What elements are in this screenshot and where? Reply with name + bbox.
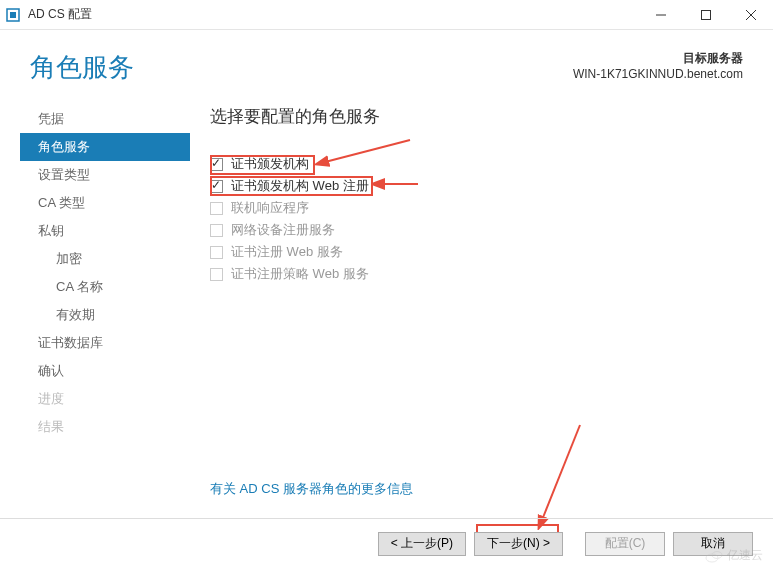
option-label: 证书注册 Web 服务 — [231, 243, 343, 261]
option-ca-web[interactable]: 证书颁发机构 Web 注册 — [210, 175, 743, 197]
checkbox-icon[interactable] — [210, 268, 223, 281]
sidebar-item-cert-database[interactable]: 证书数据库 — [20, 329, 190, 357]
titlebar: AD CS 配置 — [0, 0, 773, 30]
sidebar-item-validity[interactable]: 有效期 — [20, 301, 190, 329]
option-ndes[interactable]: 网络设备注册服务 — [210, 219, 743, 241]
target-server-info: 目标服务器 WIN-1K71GKINNUD.benet.com — [573, 50, 743, 81]
prev-button[interactable]: < 上一步(P) — [378, 532, 466, 556]
window-controls — [638, 0, 773, 30]
option-label: 网络设备注册服务 — [231, 221, 335, 239]
sidebar: 凭据 角色服务 设置类型 CA 类型 私钥 加密 CA 名称 有效期 证书数据库… — [0, 95, 190, 441]
main-heading: 选择要配置的角色服务 — [210, 105, 743, 128]
option-label: 证书注册策略 Web 服务 — [231, 265, 369, 283]
footer: < 上一步(P) 下一步(N) > 配置(C) 取消 — [0, 518, 773, 568]
sidebar-item-cryptography[interactable]: 加密 — [20, 245, 190, 273]
minimize-button[interactable] — [638, 0, 683, 30]
sidebar-item-result[interactable]: 结果 — [20, 413, 190, 441]
checkbox-icon[interactable] — [210, 246, 223, 259]
option-label: 联机响应程序 — [231, 199, 309, 217]
sidebar-item-setup-type[interactable]: 设置类型 — [20, 161, 190, 189]
checkbox-icon[interactable] — [210, 224, 223, 237]
maximize-button[interactable] — [683, 0, 728, 30]
checkbox-icon[interactable] — [210, 180, 223, 193]
config-button[interactable]: 配置(C) — [585, 532, 665, 556]
checkbox-icon[interactable] — [210, 158, 223, 171]
sidebar-item-progress[interactable]: 进度 — [20, 385, 190, 413]
close-button[interactable] — [728, 0, 773, 30]
sidebar-item-ca-type[interactable]: CA 类型 — [20, 189, 190, 217]
sidebar-item-private-key[interactable]: 私钥 — [20, 217, 190, 245]
target-server: WIN-1K71GKINNUD.benet.com — [573, 67, 743, 81]
sidebar-item-credentials[interactable]: 凭据 — [20, 105, 190, 133]
sidebar-item-role-services[interactable]: 角色服务 — [20, 133, 190, 161]
svg-rect-3 — [701, 10, 710, 19]
app-icon — [6, 7, 22, 23]
target-label: 目标服务器 — [573, 50, 743, 67]
more-info-link[interactable]: 有关 AD CS 服务器角色的更多信息 — [210, 480, 413, 498]
sidebar-item-ca-name[interactable]: CA 名称 — [20, 273, 190, 301]
svg-point-10 — [712, 551, 722, 558]
watermark-text: 亿速云 — [727, 547, 763, 564]
next-button[interactable]: 下一步(N) > — [474, 532, 563, 556]
svg-rect-1 — [10, 12, 16, 18]
option-ca[interactable]: 证书颁发机构 — [210, 153, 743, 175]
option-cert-policy-web[interactable]: 证书注册策略 Web 服务 — [210, 263, 743, 285]
main-content: 选择要配置的角色服务 证书颁发机构 证书颁发机构 Web 注册 联机响应程序 网… — [190, 95, 773, 441]
sidebar-item-confirm[interactable]: 确认 — [20, 357, 190, 385]
page-title: 角色服务 — [30, 50, 134, 85]
role-services-list: 证书颁发机构 证书颁发机构 Web 注册 联机响应程序 网络设备注册服务 证书注… — [210, 153, 743, 285]
option-online-responder[interactable]: 联机响应程序 — [210, 197, 743, 219]
watermark: 亿速云 — [705, 547, 763, 564]
option-cert-web-service[interactable]: 证书注册 Web 服务 — [210, 241, 743, 263]
window-title: AD CS 配置 — [28, 6, 638, 23]
header: 角色服务 目标服务器 WIN-1K71GKINNUD.benet.com — [0, 30, 773, 85]
checkbox-icon[interactable] — [210, 202, 223, 215]
option-label: 证书颁发机构 — [231, 155, 309, 173]
option-label: 证书颁发机构 Web 注册 — [231, 177, 369, 195]
